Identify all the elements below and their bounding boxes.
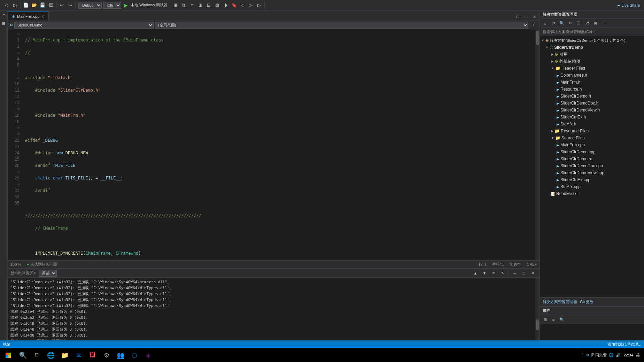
file-stdafx-cpp[interactable]: ▶ StdAfx.cpp: [540, 183, 644, 190]
debug-config-select[interactable]: Debug: [78, 2, 102, 9]
file-sliderclrdemo-h[interactable]: ▶ SliderClrDemo.h: [540, 93, 644, 100]
path-add-btn[interactable]: +: [530, 21, 537, 29]
settings-btn[interactable]: ⚙: [100, 349, 113, 362]
se-props-btn[interactable]: ⚙: [566, 20, 574, 27]
toolbar-btn-4[interactable]: ⊞: [197, 1, 204, 9]
new-file-btn[interactable]: 📄: [22, 1, 30, 9]
file-mainfrm-h[interactable]: ▶ MainFrm.h: [540, 79, 644, 86]
file-readme[interactable]: 📝 ReadMe.txt: [540, 190, 644, 197]
tab-icon-1[interactable]: ⊟: [514, 13, 521, 21]
mail-btn[interactable]: ✉: [72, 349, 85, 362]
tab-icon-2[interactable]: □: [522, 13, 530, 21]
se-view-btn[interactable]: ☰: [575, 20, 582, 27]
file-sliderclrdemoview-cpp[interactable]: ▶ SliderClrDemoView.cpp: [540, 169, 644, 176]
back-btn[interactable]: ◁: [3, 1, 10, 9]
file-sliderclrdemodoc-cpp[interactable]: ▶ SliderClrDemoDoc.cpp: [540, 162, 644, 169]
code-editor[interactable]: ⊟ 1 2 ⊟ 4 5 7 ⊟ 10 11 12 13 ⊟ 16 18: [8, 29, 540, 260]
tree-item-external-deps[interactable]: ▶ ⚙ 外部依赖项: [540, 58, 644, 65]
toolbar-btn-5[interactable]: ⊟: [205, 1, 213, 9]
edge-btn[interactable]: 🌐: [45, 349, 57, 362]
teams-btn[interactable]: 👥: [114, 349, 127, 362]
solution-explorer-btn[interactable]: 解决方案资源管理器: [543, 299, 577, 305]
scope-dropdown[interactable]: (全局范围): [155, 22, 528, 29]
project-root[interactable]: ▼ ⬡ SliderClrDemo: [540, 44, 644, 51]
props-grid-btn[interactable]: ⊞: [541, 316, 549, 323]
output-line: "SliderClrDemo.exe" (Win32): 已卸载 "C:\Win…: [10, 303, 533, 309]
output-btn-1[interactable]: ▲: [472, 269, 479, 277]
output-panel-btn[interactable]: ─: [511, 269, 519, 277]
explorer-btn[interactable]: 📁: [59, 349, 71, 362]
tree-item-resource-files[interactable]: ▶ 📁 Resource Files: [540, 128, 644, 134]
se-refresh-btn[interactable]: ↻: [550, 20, 557, 27]
output-float-btn[interactable]: □: [520, 269, 528, 277]
tree-item-source-files[interactable]: ▼ 📁 Source Files: [540, 134, 644, 141]
output-wrap-btn[interactable]: ⟲: [499, 269, 506, 277]
editor-scrollbar[interactable]: [535, 29, 540, 260]
toolbar-btn-11[interactable]: ▷: [255, 1, 263, 9]
toolbar-btn-8[interactable]: 🔖: [230, 1, 238, 9]
open-btn[interactable]: 📂: [30, 1, 38, 9]
output-btn-2[interactable]: ▼: [481, 269, 488, 277]
toolbar-btn-6[interactable]: ⊠: [214, 1, 221, 9]
file-sliderclrdemoview-h[interactable]: ▶ SliderClrDemoView.h: [540, 107, 644, 114]
svg-rect-3: [8, 355, 11, 358]
toolbar-btn-7[interactable]: ⧫: [222, 1, 230, 9]
solution-root[interactable]: ▼ ◈ 解决方案 'SliderClrDemo'(1 个项目，共 2 个): [540, 37, 644, 44]
se-git-btn[interactable]: ⎇: [583, 20, 591, 27]
output-line: 线程 0x2da2 已退出，返回值为 0 (0x0)。: [10, 315, 533, 321]
output-clear-btn[interactable]: ≡: [490, 269, 497, 277]
undo-btn[interactable]: ↩: [58, 1, 65, 9]
start-button[interactable]: [1, 349, 15, 362]
props-list-btn[interactable]: ≡: [550, 316, 557, 323]
file-sliderctrlex-h[interactable]: ▶ SliderCtrlEx.h: [540, 114, 644, 121]
vscode-btn[interactable]: ⬡: [128, 349, 141, 362]
se-search-btn[interactable]: 🔍: [558, 20, 566, 27]
system-clock[interactable]: 22:34: [623, 353, 633, 358]
platform-select[interactable]: x86: [103, 2, 121, 9]
photos-btn[interactable]: 🖼: [86, 349, 99, 362]
sidebar-icon-2[interactable]: ⊞: [1, 20, 7, 26]
vs-btn[interactable]: ◈: [142, 349, 155, 362]
output-scrollbar[interactable]: [535, 278, 540, 340]
redo-btn[interactable]: ↪: [66, 1, 74, 9]
hdr-icon: 📁: [555, 66, 560, 71]
output-source-select[interactable]: 调试: [39, 270, 57, 277]
class-dropdown[interactable]: SliderClrDemo: [14, 22, 154, 29]
file-sliderclrdemo-rc[interactable]: ▶ SliderClrDemo.rc: [540, 155, 644, 162]
volume-icon[interactable]: 🔊: [616, 353, 621, 357]
code-text[interactable]: // MainFrm.cpp : implementation of the C…: [22, 29, 535, 260]
search-taskbar-btn[interactable]: 🔍: [17, 349, 29, 362]
liveshare-button[interactable]: ☁ Live Share: [614, 3, 643, 7]
tree-item-references[interactable]: ▶ ⚙ 引用: [540, 51, 644, 58]
toolbar-btn-9[interactable]: ◁: [239, 1, 246, 9]
file-sliderclrdemodoc-h[interactable]: ▶ SliderClrDemoDoc.h: [540, 100, 644, 107]
git-changes-btn[interactable]: Git 更改: [580, 299, 593, 305]
file-sliderclrdemo-cpp[interactable]: ▶ SliderClrDemo.cpp: [540, 148, 644, 155]
tree-item-header-files[interactable]: ▼ 📁 Header Files: [540, 65, 644, 72]
se-filter-btn[interactable]: ⊞: [591, 20, 599, 27]
sidebar-icon-1[interactable]: ≡: [1, 12, 7, 18]
file-mainfrm-cpp[interactable]: ▶ MainFrm.cpp: [540, 141, 644, 148]
se-collapse-btn[interactable]: —: [600, 20, 607, 27]
file-stdafx-h[interactable]: ▶ StdAfx.h: [540, 121, 644, 128]
toolbar-btn-3[interactable]: ≡: [188, 1, 196, 9]
toolbar-btn-1[interactable]: ▣: [172, 1, 179, 9]
tray-up-icon[interactable]: ⌃: [581, 353, 584, 357]
toolbar-btn-10[interactable]: ▷: [247, 1, 255, 9]
add-source-btn[interactable]: 添加到源代码管理...: [607, 342, 641, 347]
save-btn[interactable]: 💾: [39, 1, 46, 9]
forward-btn[interactable]: ▷: [11, 1, 19, 9]
file-colornames-h[interactable]: ▶ ColorNames.h: [540, 72, 644, 79]
run-button[interactable]: ▶: [123, 2, 129, 8]
se-home-btn[interactable]: ⌂: [541, 20, 549, 27]
tab-mainfrm-cpp[interactable]: ⚙ MainFrm.cpp ✕: [8, 11, 49, 21]
toolbar-btn-2[interactable]: ⧉: [180, 1, 188, 9]
file-sliderctrlex-cpp[interactable]: ▶ SliderCtrlEx.cpp: [540, 176, 644, 183]
tab-close-btn[interactable]: ✕: [41, 15, 44, 18]
file-resource-h[interactable]: ▶ Resource.h: [540, 86, 644, 93]
save-all-btn[interactable]: 🖫: [47, 1, 55, 9]
tab-icon-3[interactable]: ✕: [530, 13, 538, 21]
output-close-btn[interactable]: ✕: [529, 269, 537, 277]
props-search-btn[interactable]: 🔍: [558, 316, 566, 323]
task-view-btn[interactable]: ⧉: [31, 349, 43, 362]
